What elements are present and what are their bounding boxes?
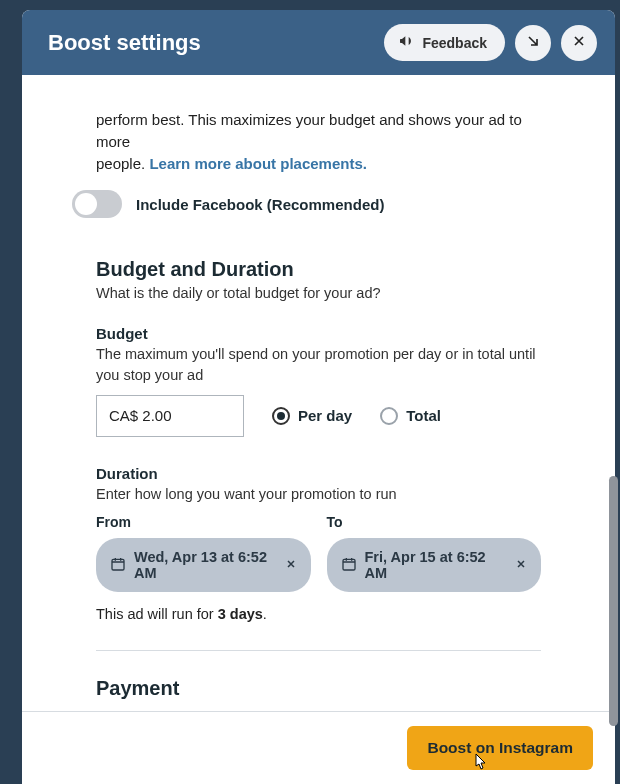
- arrow-down-right-icon: [525, 33, 541, 52]
- close-icon: [571, 33, 587, 52]
- include-facebook-toggle[interactable]: [72, 190, 122, 218]
- calendar-icon: [110, 556, 126, 575]
- expand-button[interactable]: [515, 25, 551, 61]
- per-day-option[interactable]: Per day: [272, 407, 352, 425]
- per-day-label: Per day: [298, 407, 352, 424]
- close-button[interactable]: [561, 25, 597, 61]
- total-option[interactable]: Total: [380, 407, 441, 425]
- clear-icon[interactable]: [515, 557, 527, 573]
- to-date-value: Fri, Apr 15 at 6:52 AM: [365, 549, 508, 581]
- scrollbar[interactable]: [609, 476, 618, 726]
- run-prefix: This ad will run for: [96, 606, 218, 622]
- duration-help: Enter how long you want your promotion t…: [96, 484, 541, 504]
- calendar-icon: [341, 556, 357, 575]
- date-range-row: From Wed, Apr 13 at 6:52 AM To: [96, 514, 541, 592]
- placements-description: perform best This maximizes your budget …: [96, 83, 541, 174]
- svg-rect-0: [112, 559, 124, 570]
- from-column: From Wed, Apr 13 at 6:52 AM: [96, 514, 311, 592]
- budget-row: Per day Total: [96, 395, 541, 437]
- from-date-value: Wed, Apr 13 at 6:52 AM: [134, 549, 277, 581]
- modal-header: Boost settings Feedback: [22, 10, 615, 75]
- to-column: To Fri, Apr 15 at 6:52 AM: [327, 514, 542, 592]
- boost-on-instagram-button[interactable]: Boost on Instagram: [407, 726, 593, 770]
- to-label: To: [327, 514, 542, 530]
- budget-duration-title: Budget and Duration: [96, 258, 541, 281]
- boost-settings-modal: Boost settings Feedback perform best Thi…: [22, 10, 615, 784]
- include-facebook-row: Include Facebook (Recommended): [72, 190, 541, 218]
- feedback-label: Feedback: [422, 35, 487, 51]
- feedback-button[interactable]: Feedback: [384, 24, 505, 61]
- learn-more-placements-link[interactable]: Learn more about placements.: [149, 155, 367, 172]
- modal-footer: Boost on Instagram: [22, 711, 615, 784]
- budget-help: The maximum you'll spend on your promoti…: [96, 344, 541, 385]
- radio-checked-icon: [272, 407, 290, 425]
- run-days: 3 days: [218, 606, 263, 622]
- to-date-pill[interactable]: Fri, Apr 15 at 6:52 AM: [327, 538, 542, 592]
- run-suffix: .: [263, 606, 267, 622]
- duration-label: Duration: [96, 465, 541, 482]
- radio-unchecked-icon: [380, 407, 398, 425]
- run-duration-note: This ad will run for 3 days.: [96, 606, 541, 622]
- payment-title: Payment: [96, 677, 541, 700]
- megaphone-icon: [398, 33, 414, 52]
- budget-duration-subtitle: What is the daily or total budget for yo…: [96, 285, 541, 301]
- total-label: Total: [406, 407, 441, 424]
- modal-title: Boost settings: [48, 30, 374, 56]
- budget-input[interactable]: [96, 395, 244, 437]
- divider: [96, 650, 541, 651]
- placements-text-line2: people.: [96, 155, 149, 172]
- from-label: From: [96, 514, 311, 530]
- budget-label: Budget: [96, 325, 541, 342]
- modal-body[interactable]: perform best This maximizes your budget …: [22, 75, 615, 711]
- svg-rect-1: [343, 559, 355, 570]
- from-date-pill[interactable]: Wed, Apr 13 at 6:52 AM: [96, 538, 311, 592]
- include-facebook-label: Include Facebook (Recommended): [136, 196, 384, 213]
- placements-text-line1: perform best. This maximizes your budget…: [96, 111, 522, 150]
- clear-icon[interactable]: [285, 557, 297, 573]
- boost-button-label: Boost on Instagram: [427, 739, 573, 756]
